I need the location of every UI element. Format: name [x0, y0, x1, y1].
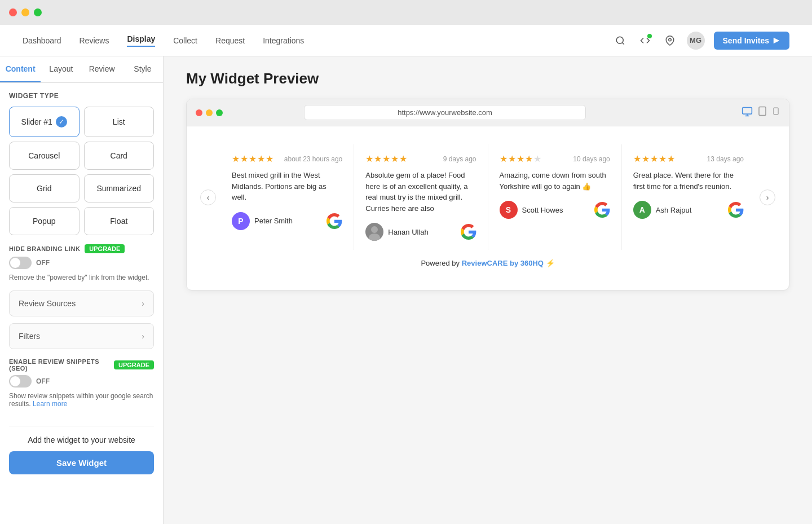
main-nav: Dashboard Reviews Display Collect Reques… — [0, 25, 812, 56]
nav-right: MG Send Invites — [612, 32, 789, 50]
browser-dot-red — [196, 109, 202, 116]
sidebar-tabs: Content Layout Review Style — [0, 56, 163, 83]
reviewer-avatar-1 — [365, 223, 383, 241]
tablet-view-icon[interactable] — [757, 106, 767, 120]
send-invites-button[interactable]: Send Invites — [714, 32, 789, 50]
reviewer-name-3: Ash Rajput — [656, 206, 692, 214]
tab-style[interactable]: Style — [122, 56, 163, 82]
review-card-1: ★★★★★ 9 days ago Absolute gem of a place… — [354, 144, 488, 250]
review-card-3: ★★★★★ 13 days ago Great place. Went ther… — [622, 144, 755, 250]
tab-review[interactable]: Review — [82, 56, 122, 82]
seo-toggle-knob — [10, 376, 20, 386]
seo-upgrade-badge[interactable]: UPGRADE — [114, 360, 154, 369]
close-dot[interactable] — [9, 8, 17, 16]
nav-collect[interactable]: Collect — [173, 36, 197, 45]
svg-point-8 — [369, 234, 380, 241]
seo-toggle[interactable] — [9, 375, 32, 388]
sidebar-content: Widget Type Slider #1 ✓ List Carousel Ca… — [0, 83, 163, 426]
svg-rect-2 — [743, 107, 752, 114]
carousel-prev-button[interactable]: ‹ — [200, 190, 216, 205]
sidebar: Content Layout Review Style Widget Type … — [0, 56, 164, 524]
hide-branding-upgrade-badge[interactable]: UPGRADE — [85, 244, 125, 253]
seo-desc: Show review snippets within your google … — [9, 392, 154, 408]
review-header-0: ★★★★★ about 23 hours ago — [232, 153, 342, 164]
google-logo-2 — [594, 202, 610, 218]
widget-type-card[interactable]: Card — [84, 142, 155, 170]
widget-type-list[interactable]: List — [84, 107, 155, 137]
widget-type-grid: Slider #1 ✓ List Carousel Card Grid Summ… — [9, 107, 154, 235]
reviewer-info-2: S Scott Howes — [500, 201, 563, 219]
reviewer-name-1: Hanan Ullah — [388, 228, 429, 236]
hide-branding-toggle[interactable] — [9, 257, 32, 269]
reviewer-avatar-3: A — [633, 201, 651, 219]
save-widget-button[interactable]: Save Widget — [9, 451, 154, 474]
reviewer-2: S Scott Howes — [500, 201, 610, 219]
maximize-dot[interactable] — [34, 8, 42, 16]
review-header-3: ★★★★★ 13 days ago — [633, 153, 744, 164]
add-widget-section: Add the widget to your website Save Widg… — [0, 426, 163, 483]
reviewer-info-1: Hanan Ullah — [365, 223, 429, 241]
nav-display[interactable]: Display — [127, 34, 155, 47]
browser-dot-yellow — [206, 109, 213, 116]
nav-dashboard[interactable]: Dashboard — [23, 36, 61, 45]
widget-type-carousel[interactable]: Carousel — [9, 142, 80, 170]
hide-branding-header: HIDE BRANDING LINK UPGRADE — [9, 244, 154, 253]
avatar[interactable]: MG — [687, 32, 705, 50]
tab-layout[interactable]: Layout — [41, 56, 81, 82]
review-text-3: Great place. Went there for the first ti… — [633, 170, 744, 192]
active-check-icon: ✓ — [56, 116, 67, 127]
widget-type-slider1[interactable]: Slider #1 ✓ — [9, 107, 80, 137]
svg-point-1 — [668, 38, 671, 41]
mobile-view-icon[interactable] — [772, 106, 780, 120]
google-logo-0 — [326, 213, 342, 229]
review-header-2: ★★★★★ 10 days ago — [500, 153, 610, 164]
nav-reviews[interactable]: Reviews — [80, 36, 109, 45]
code-icon[interactable] — [637, 33, 653, 49]
view-icons — [742, 106, 780, 120]
preview-header: My Widget Preview — [164, 56, 812, 87]
carousel-next-button[interactable]: › — [760, 190, 775, 205]
review-header-1: ★★★★★ 9 days ago — [365, 153, 476, 164]
preview-title: My Widget Preview — [186, 70, 789, 87]
add-widget-title: Add the widget to your website — [9, 435, 154, 444]
tab-content[interactable]: Content — [0, 56, 41, 82]
seo-toggle-row: OFF — [9, 375, 154, 388]
review-time-1: 9 days ago — [443, 155, 476, 163]
nav-links: Dashboard Reviews Display Collect Reques… — [23, 34, 304, 47]
filters-section[interactable]: Filters › — [9, 323, 154, 349]
widget-type-label: Widget Type — [9, 92, 154, 100]
learn-more-link[interactable]: Learn more — [33, 400, 67, 408]
reviewer-0: P Peter Smith — [232, 212, 342, 230]
widget-type-summarized[interactable]: Summarized — [84, 174, 155, 202]
stars-2: ★★★★★ — [500, 153, 542, 164]
review-sources-section[interactable]: Review Sources › — [9, 290, 154, 316]
online-indicator — [647, 34, 652, 38]
seo-section: ENABLE REVIEW SNIPPETS (SEO) UPGRADE OFF… — [9, 358, 154, 408]
titlebar — [0, 0, 812, 25]
url-bar[interactable]: https://www.yourwebsite.com — [304, 105, 586, 120]
nav-request[interactable]: Request — [215, 36, 245, 45]
widget-type-grid[interactable]: Grid — [9, 174, 80, 202]
desktop-view-icon[interactable] — [742, 106, 753, 120]
seo-header: ENABLE REVIEW SNIPPETS (SEO) UPGRADE — [9, 358, 154, 372]
widget-type-float[interactable]: Float — [84, 207, 155, 235]
stars-1: ★★★★★ — [365, 153, 408, 164]
review-time-0: about 23 hours ago — [284, 155, 342, 163]
filters-label: Filters — [19, 332, 40, 341]
nav-integrations[interactable]: Integrations — [263, 36, 304, 45]
minimize-dot[interactable] — [21, 8, 29, 16]
review-text-0: Best mixed grill in the West Midlands. P… — [232, 170, 342, 203]
search-icon[interactable] — [612, 33, 628, 49]
preview-area: My Widget Preview https://www.yourwebsit… — [164, 56, 812, 524]
reviews-row: ★★★★★ about 23 hours ago Best mixed gril… — [220, 144, 755, 250]
location-icon[interactable] — [662, 33, 678, 49]
google-logo-3 — [728, 202, 744, 218]
reviewer-info-0: P Peter Smith — [232, 212, 293, 230]
hide-branding-toggle-row: OFF — [9, 257, 154, 269]
widget-type-popup[interactable]: Popup — [9, 207, 80, 235]
review-sources-label: Review Sources — [19, 299, 76, 308]
window-controls — [9, 8, 42, 16]
widget-preview: ‹ ★★★★★ about 23 hours ago Best mixed gr… — [187, 126, 789, 290]
review-time-3: 13 days ago — [707, 155, 744, 163]
powered-by-link[interactable]: ReviewCARE by 360HQ ⚡ — [462, 259, 555, 267]
